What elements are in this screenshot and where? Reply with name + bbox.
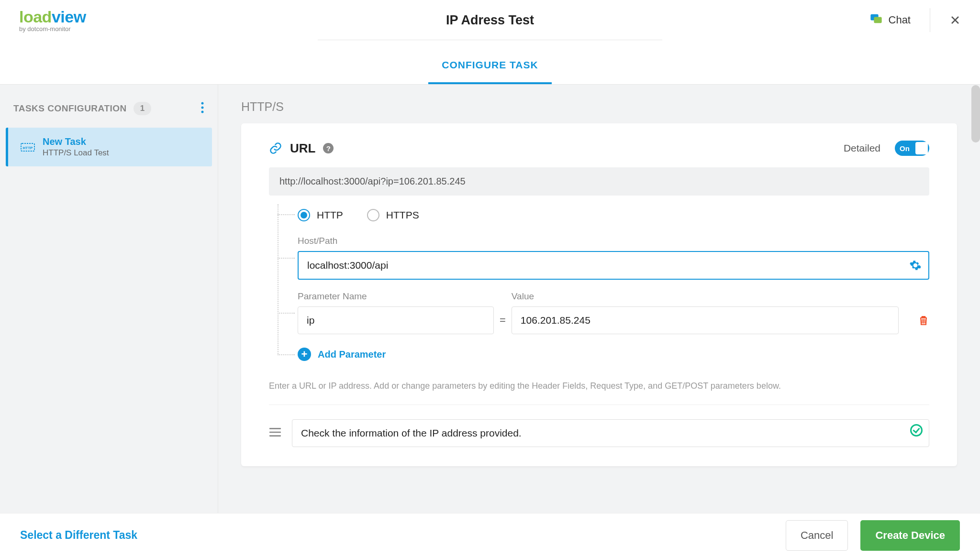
add-parameter-button[interactable]: + Add Parameter bbox=[298, 345, 929, 364]
create-device-button[interactable]: Create Device bbox=[860, 520, 960, 551]
card-divider bbox=[269, 404, 929, 405]
header: loadview by dotcom-monitor IP Adress Tes… bbox=[0, 0, 980, 41]
kebab-menu-icon[interactable] bbox=[200, 102, 204, 115]
task-subtitle: HTTP/S Load Test bbox=[43, 148, 109, 158]
radio-label-http: HTTP bbox=[317, 209, 343, 221]
param-name-input[interactable] bbox=[298, 306, 494, 334]
param-value-input[interactable] bbox=[512, 306, 899, 334]
add-param-row: + Add Parameter bbox=[269, 345, 929, 364]
page-title: IP Adress Test bbox=[446, 13, 534, 28]
title-underline bbox=[318, 40, 662, 40]
cancel-button[interactable]: Cancel bbox=[786, 520, 848, 551]
protocol-row: HTTP HTTPS bbox=[269, 204, 929, 224]
radio-https[interactable]: HTTPS bbox=[367, 209, 419, 221]
svg-point-3 bbox=[201, 107, 204, 109]
scrollbar-thumb[interactable] bbox=[971, 85, 980, 142]
http-task-icon: HTTP bbox=[21, 141, 35, 153]
svg-rect-1 bbox=[874, 17, 881, 23]
equals-sign: = bbox=[500, 314, 506, 334]
help-icon[interactable]: ? bbox=[323, 143, 334, 153]
detailed-label: Detailed bbox=[844, 142, 880, 154]
url-card: URL ? Detailed On http://localhost:3000/… bbox=[241, 123, 957, 466]
sidebar-heading: TASKS CONFIGURATION bbox=[13, 103, 127, 114]
radio-http[interactable]: HTTP bbox=[298, 209, 343, 221]
toggle-state: On bbox=[900, 144, 910, 153]
main-heading: HTTP/S bbox=[218, 85, 980, 123]
radio-circle-on bbox=[298, 209, 310, 221]
logo-subtitle: by dotcom-monitor bbox=[19, 25, 86, 33]
chat-icon bbox=[869, 12, 883, 28]
radio-circle-off bbox=[367, 209, 379, 221]
drag-handle-icon[interactable] bbox=[269, 427, 281, 439]
gear-icon[interactable] bbox=[909, 259, 922, 272]
hint-text: Enter a URL or IP address. Add or change… bbox=[269, 381, 929, 391]
description-input[interactable] bbox=[292, 419, 929, 447]
param-value-label: Value bbox=[512, 291, 899, 302]
close-icon[interactable] bbox=[949, 14, 961, 26]
sidebar: TASKS CONFIGURATION 1 HTTP New Task HTTP… bbox=[0, 85, 218, 513]
task-title: New Task bbox=[43, 136, 109, 147]
add-param-label: Add Parameter bbox=[318, 349, 386, 360]
host-path-input[interactable] bbox=[298, 251, 929, 280]
chat-button[interactable]: Chat bbox=[869, 12, 911, 28]
url-label: URL bbox=[290, 141, 315, 156]
chat-label: Chat bbox=[889, 14, 911, 26]
radio-label-https: HTTPS bbox=[386, 209, 419, 221]
logo-text: loadview bbox=[19, 8, 86, 26]
sidebar-heading-row: TASKS CONFIGURATION 1 bbox=[0, 94, 218, 123]
toggle-knob bbox=[915, 142, 928, 154]
trash-icon[interactable] bbox=[918, 314, 929, 334]
param-name-label: Parameter Name bbox=[298, 291, 494, 302]
plus-icon: + bbox=[298, 348, 311, 361]
tabs-row: CONFIGURE TASK bbox=[0, 41, 980, 85]
logo[interactable]: loadview by dotcom-monitor bbox=[19, 8, 86, 33]
host-row: Host/Path bbox=[269, 236, 929, 280]
link-icon bbox=[269, 142, 282, 155]
grammarly-icon[interactable] bbox=[910, 424, 923, 437]
url-display: http://localhost:3000/api?ip=106.201.85.… bbox=[269, 167, 929, 196]
main-panel: HTTP/S URL ? Detailed On http://localhos… bbox=[218, 85, 980, 513]
host-label: Host/Path bbox=[298, 236, 929, 246]
footer: Select a Different Task Cancel Create De… bbox=[0, 513, 980, 557]
detailed-toggle[interactable]: On bbox=[895, 141, 929, 156]
tab-configure-task[interactable]: CONFIGURE TASK bbox=[428, 59, 551, 84]
task-count-badge: 1 bbox=[134, 102, 151, 115]
task-item-new-task[interactable]: HTTP New Task HTTP/S Load Test bbox=[6, 128, 212, 166]
header-divider bbox=[930, 8, 930, 32]
param-row: Parameter Name = Value bbox=[269, 291, 929, 334]
svg-text:HTTP: HTTP bbox=[23, 146, 33, 150]
svg-point-2 bbox=[201, 102, 204, 105]
select-different-task-link[interactable]: Select a Different Task bbox=[20, 529, 137, 542]
svg-point-4 bbox=[201, 111, 204, 113]
